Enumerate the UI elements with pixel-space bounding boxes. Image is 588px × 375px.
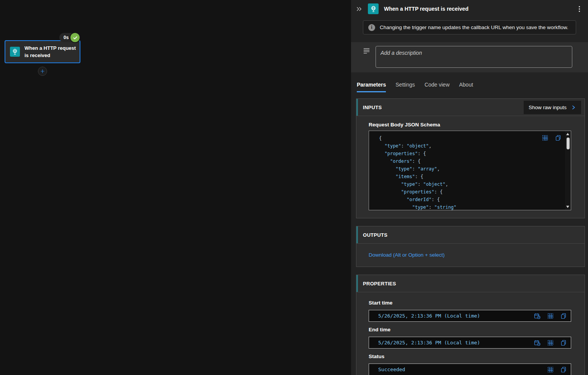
properties-section-title: PROPERTIES — [363, 281, 396, 287]
outputs-card-body: Download (Alt or Option + select) — [356, 244, 585, 267]
show-raw-inputs-label: Show raw inputs — [529, 105, 567, 110]
copy-icon[interactable] — [560, 339, 567, 346]
calendar-clock-icon[interactable] — [534, 339, 541, 346]
trigger-details-panel: When a HTTP request is received i Changi… — [351, 0, 588, 375]
info-banner-text: Changing the trigger name updates the ca… — [380, 25, 568, 30]
end-time-value: 5/26/2025, 2:13:36 PM (Local time) — [378, 340, 534, 346]
collapse-panel-icon[interactable] — [354, 4, 364, 14]
properties-card-body: Start time 5/26/2025, 2:13:36 PM (Local … — [356, 292, 585, 375]
copy-icon[interactable] — [560, 313, 567, 319]
description-input[interactable] — [376, 46, 572, 68]
view-table-icon[interactable] — [547, 313, 554, 319]
show-raw-inputs-button[interactable]: Show raw inputs — [524, 101, 581, 114]
download-outputs-link[interactable]: Download (Alt or Option + select) — [369, 252, 444, 258]
copy-icon[interactable] — [560, 366, 567, 373]
http-request-icon — [10, 47, 20, 57]
end-time-value-box: 5/26/2025, 2:13:36 PM (Local time) — [369, 337, 571, 349]
trigger-name-info-banner: i Changing the trigger name updates the … — [363, 20, 576, 34]
inputs-card-header: INPUTS Show raw inputs — [356, 99, 585, 116]
tab-about[interactable]: About — [459, 82, 473, 92]
outputs-section-title: OUTPUTS — [363, 232, 387, 238]
view-table-icon[interactable] — [547, 366, 554, 373]
end-time-label: End time — [369, 327, 571, 332]
tab-parameters[interactable]: Parameters — [357, 82, 386, 92]
description-section — [351, 42, 588, 72]
parameters-tab-content: INPUTS Show raw inputs Request Body JSON… — [351, 92, 588, 375]
info-icon: i — [368, 24, 375, 31]
scrollbar-thumb[interactable] — [567, 138, 570, 149]
description-icon — [363, 47, 370, 68]
properties-card-header: PROPERTIES — [356, 275, 585, 292]
view-table-icon[interactable] — [547, 339, 554, 346]
inputs-card: INPUTS Show raw inputs Request Body JSON… — [356, 98, 585, 218]
status-value: Succeeded — [378, 367, 547, 372]
success-check-icon — [70, 33, 80, 42]
calendar-clock-icon[interactable] — [534, 313, 541, 319]
chevron-right-icon — [571, 105, 576, 110]
inputs-card-body: Request Body JSON Schema { "type": "obje… — [356, 116, 585, 218]
view-table-icon[interactable] — [542, 134, 548, 141]
workflow-canvas[interactable]: 0s When a HTTP request is received — [0, 0, 351, 375]
http-request-icon — [368, 3, 379, 14]
start-time-value: 5/26/2025, 2:13:36 PM (Local time) — [378, 313, 534, 319]
panel-header: When a HTTP request is received — [351, 0, 588, 18]
inputs-section-title: INPUTS — [363, 105, 382, 110]
status-label: Status — [369, 354, 571, 359]
properties-card: PROPERTIES Start time 5/26/2025, 2:13:36… — [356, 275, 585, 375]
code-scrollbar[interactable] — [565, 131, 571, 210]
start-time-value-box: 5/26/2025, 2:13:36 PM (Local time) — [369, 310, 571, 322]
panel-tabs: Parameters Settings Code view About — [351, 72, 588, 92]
scroll-up-icon[interactable] — [566, 133, 569, 135]
start-time-label: Start time — [369, 300, 571, 306]
outputs-card-header: OUTPUTS — [356, 226, 585, 244]
panel-title: When a HTTP request is received — [384, 6, 574, 12]
trigger-node-http-request[interactable]: When a HTTP request is received — [5, 40, 80, 63]
trigger-node-title: When a HTTP request is received — [24, 44, 77, 59]
json-schema-code: { "type": "object", "properties": { "ord… — [369, 131, 571, 210]
json-schema-code-block[interactable]: { "type": "object", "properties": { "ord… — [369, 131, 571, 210]
run-duration: 0s — [64, 35, 69, 40]
outputs-card: OUTPUTS Download (Alt or Option + select… — [356, 226, 585, 267]
tab-code-view[interactable]: Code view — [425, 82, 449, 92]
status-value-box: Succeeded — [369, 364, 571, 375]
tab-settings[interactable]: Settings — [395, 82, 415, 92]
copy-icon[interactable] — [555, 134, 561, 141]
add-action-button[interactable] — [38, 67, 47, 76]
schema-label: Request Body JSON Schema — [369, 122, 571, 128]
more-options-icon[interactable] — [574, 4, 584, 14]
run-status-badge: 0s — [59, 33, 80, 42]
scroll-down-icon[interactable] — [566, 206, 569, 208]
